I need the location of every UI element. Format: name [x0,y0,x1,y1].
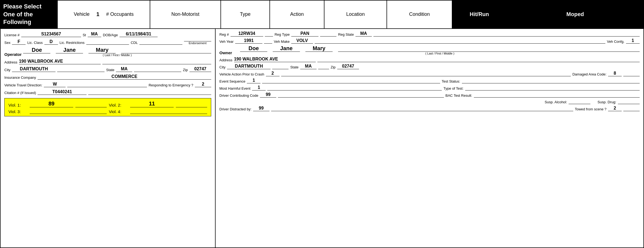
license-label: License # [4,33,20,37]
sex-row: Sex F Lic. Class D Lic. Restrictions CDL… [4,39,211,45]
reg-state-line [373,32,640,37]
event-seq-row: Event Sequence 1 Test Status: [219,78,640,83]
owner-section: Owner Doe Jane Mary ( Last / First / Mid… [219,45,640,55]
moped-header: Moped [507,1,643,28]
operator-section: Operator Doe Jane Mary ( Last / First / … [4,47,211,57]
condition-header: Condition [387,1,452,28]
most-harmful-line [267,86,442,90]
event-seq-line [262,78,440,83]
travel-dir-row: Vehicle Travel Direction: W Responding t… [4,82,211,87]
city-line [57,67,105,72]
city-label: City [4,68,10,72]
owner-zip-value: 02747 [337,64,359,69]
viol2-label: Viol. 2: [109,103,128,107]
viol1-label: Viol. 1: [8,103,27,107]
condition-label: Condition [409,11,430,17]
operator-last: Doe [23,47,50,53]
location-header: Location [324,1,387,28]
responding-value: 2 [195,82,211,87]
reg-type-label: Reg Type [275,32,290,37]
responding-label: Responding to Emergency ? [149,83,193,87]
state-value: MA [116,66,132,72]
owner-zip-label: Zip [331,65,336,69]
viol-row-2: Viol. 3: Viol. 4: [8,109,207,114]
address-row: Address 190 WALBROOK AVE [4,59,211,64]
cdl-label: CDL [131,41,138,45]
st-label: St [83,33,86,37]
operator-middle: Mary [88,47,116,53]
owner-address-line [317,57,640,62]
reg-state-label: Reg State [338,32,354,37]
please-select-header: Please Select One of the Following [1,1,58,28]
operator-first: Jane [56,47,83,53]
most-harmful-value: 1 [252,85,266,90]
owner-extra-line [338,47,640,52]
event-seq-label: Event Sequence [219,79,245,83]
veh-year-row: Veh Year 1991 Veh Make VOLV Veh Confg. 1 [219,38,640,44]
viol-row-1: Viol. 1: 89 Viol. 2: 11 [8,101,207,107]
veh-action-label: Vehicle Action Prior to Crash [219,72,264,76]
owner-state-value: MA [300,64,317,69]
travel-dir-value: W [44,82,66,87]
viol2-value: 11 [130,101,174,107]
reg-line [265,32,273,37]
owner-address-value: 190 WALBROOK AVE [234,57,316,62]
occupants-label: # Occupants [106,11,134,17]
owner-city-row: City DARTMOUTH State MA Zip 02747 [219,64,640,69]
dob-label: DOB/Age [103,33,118,37]
license-value: S1234567 [21,32,81,37]
driver-distracted-line [271,106,573,111]
cdl-line [139,40,182,45]
susp-drug-label: Susp. Drug: [597,100,616,104]
owner-city-label: City [219,65,225,69]
driver-contrib-label: Driver Contributing Code [219,93,258,98]
veh-year-label: Veh Year [219,40,234,44]
non-motorist-header: Non-Motorist [150,1,221,28]
citation-value: T0440241 [38,89,87,95]
veh-action-row: Vehicle Action Prior to Crash 2 Damaged … [219,71,640,76]
zip-value: 02747 [189,66,211,72]
hitrun-header: Hit/Run [452,1,507,28]
insurance-value: COMMERCE [38,74,211,80]
test-status-line [462,78,640,83]
most-harmful-label: Most Harmful Event [219,86,250,90]
bac-label: BAC Test Result: [446,93,472,98]
driver-distracted-row: Driver Distracted by: 99 Towed from scen… [219,106,640,111]
right-panel: Reg # 12RW34 Reg Type PAN Reg State MA V… [216,29,643,247]
operator-row: Operator Doe Jane Mary ( Last / First / … [4,47,211,57]
travel-dir-label: Vehicle Travel Direction: [4,83,42,87]
st-value: MA [88,32,101,37]
citation-row: Citation # (If Issued) T0440241 [4,89,211,95]
left-panel: License # S1234567 St MA DOB/Age 6/11/19… [1,29,216,247]
lic-rest-label: Lic. Restrictions [60,41,85,45]
damaged-line [623,71,640,76]
viol1-value: 89 [30,101,73,107]
lic-rest-line [86,40,129,45]
owner-first: Jane [273,45,300,52]
travel-dir-line [67,82,147,87]
driver-contrib-row: Driver Contributing Code 99 BAC Test Res… [219,92,640,98]
action-header: Action [270,1,324,28]
veh-make-label: Veh Make [274,40,290,44]
owner-middle: Mary [305,45,333,52]
state-label: State [106,68,114,72]
type-of-test-line [465,86,640,90]
state-line [134,67,181,72]
lic-class-value: D [44,39,58,45]
towed-value: 2 [608,106,622,111]
owner-state-line [318,64,329,69]
event-seq-value: 1 [247,78,260,83]
veh-year-line [264,39,272,44]
most-harmful-row: Most Harmful Event 1 Type of Test: [219,85,640,90]
address-line [102,59,211,64]
sex-value: F [12,39,26,45]
type-of-test-label: Type of Test: [443,86,463,90]
type-header: Type [221,1,270,28]
vehicle-label: Vehicle [74,11,90,17]
veh-make-value: VOLV [291,38,313,44]
insurance-row: Insurance Company COMMERCE [4,74,211,80]
test-status-label: Test Status: [442,79,460,83]
susp-drug-line [618,99,640,104]
driver-distracted-label: Driver Distracted by: [219,107,252,111]
susp-row: Susp. Alcohol: Susp. Drug: [219,99,640,104]
